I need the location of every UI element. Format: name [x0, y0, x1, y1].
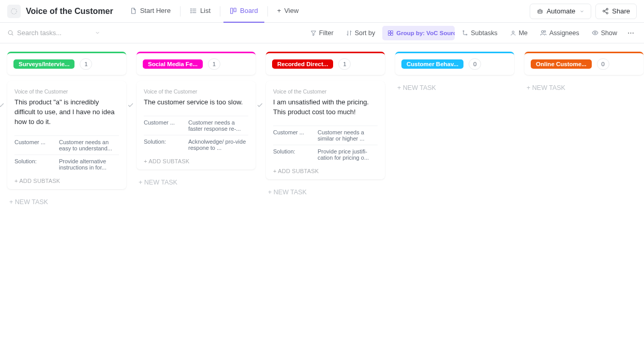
- share-button[interactable]: Share: [595, 4, 637, 19]
- column-count: 0: [469, 58, 481, 70]
- svg-line-17: [605, 11, 607, 12]
- new-task-button[interactable]: + NEW TASK: [395, 81, 514, 95]
- task-card[interactable]: Voice of the CustomerI am unsatisfied wi…: [266, 81, 385, 179]
- workspace-icon[interactable]: [7, 5, 21, 18]
- add-subtask-button[interactable]: + ADD SUBTASK: [144, 154, 248, 165]
- page-title: Voice of the Customer: [26, 7, 113, 16]
- svg-point-30: [594, 32, 596, 34]
- task-title: This product "a" is incredibly difficult…: [14, 98, 119, 127]
- task-card[interactable]: Voice of the CustomerThe customer servic…: [137, 81, 256, 169]
- svg-point-0: [11, 8, 17, 14]
- group-by-button[interactable]: Group by: VoC Source: [382, 26, 455, 40]
- column-header[interactable]: Online Custome...0: [525, 52, 643, 75]
- show-button[interactable]: Show: [587, 26, 622, 40]
- filter-icon: [310, 30, 317, 36]
- field-value: Provide price justifi-cation for pricing…: [318, 148, 378, 161]
- new-task-button[interactable]: + NEW TASK: [266, 186, 385, 199]
- svg-point-13: [606, 8, 608, 10]
- custom-field-row: Solution:Provide alternative instruction…: [14, 155, 119, 174]
- svg-point-29: [544, 30, 546, 32]
- more-menu[interactable]: ⋯: [624, 29, 637, 37]
- column-count: 1: [338, 58, 351, 70]
- chevron-down-icon: [95, 30, 100, 36]
- svg-rect-23: [388, 33, 391, 35]
- tab-list[interactable]: List: [184, 0, 217, 23]
- search-input[interactable]: Search tasks...: [7, 29, 100, 37]
- field-value: Customer needs a similar or higher ...: [318, 129, 378, 142]
- filter-button[interactable]: Filter: [305, 26, 339, 40]
- plus-icon: +: [277, 7, 281, 14]
- field-label: Solution:: [14, 158, 52, 171]
- doc-icon: [130, 7, 137, 14]
- add-subtask-button[interactable]: + ADD SUBTASK: [14, 174, 119, 185]
- field-value: Provide alternative instructions in for.…: [59, 158, 119, 171]
- board-column: Customer Behav...0+ NEW TASK: [395, 52, 514, 95]
- status-pill: Online Custome...: [531, 59, 592, 69]
- custom-field-row: Solution:Acknolwedge/ pro-vide respone t…: [144, 135, 248, 154]
- new-task-button[interactable]: + NEW TASK: [525, 81, 643, 95]
- column-count: 0: [597, 58, 609, 70]
- svg-point-11: [541, 11, 541, 12]
- assignees-button[interactable]: Assignees: [535, 26, 585, 40]
- field-label: Solution:: [273, 148, 310, 161]
- automate-label: Automate: [547, 7, 576, 15]
- field-value: Acknolwedge/ pro-vide respone to ...: [188, 138, 248, 151]
- new-task-button[interactable]: + NEW TASK: [137, 176, 256, 189]
- board-icon: [230, 7, 237, 14]
- svg-marker-20: [311, 31, 316, 36]
- column-header[interactable]: Customer Behav...0: [395, 52, 514, 75]
- svg-point-15: [606, 12, 608, 14]
- subtasks-button[interactable]: Subtasks: [457, 26, 502, 40]
- add-subtask-button[interactable]: + ADD SUBTASK: [273, 164, 378, 175]
- sort-button[interactable]: Sort by: [341, 26, 381, 40]
- automate-button[interactable]: Automate: [530, 4, 592, 19]
- new-task-button[interactable]: + NEW TASK: [7, 195, 126, 209]
- subtasks-label: Subtasks: [471, 29, 497, 37]
- svg-point-5: [191, 10, 191, 11]
- me-button[interactable]: Me: [505, 26, 533, 40]
- column-count: 1: [80, 58, 92, 70]
- board-toolbar: Search tasks... Filter Sort by Group by:…: [0, 23, 644, 43]
- column-header[interactable]: Recorded Direct...1: [266, 52, 385, 75]
- task-card[interactable]: Voice of the CustomerThis product "a" is…: [7, 81, 126, 189]
- group-label: Group by: VoC Source: [396, 30, 455, 36]
- tab-board[interactable]: Board: [223, 0, 264, 23]
- svg-line-19: [12, 34, 13, 35]
- svg-rect-22: [391, 30, 393, 33]
- check-icon: [0, 102, 5, 109]
- column-header[interactable]: Surveys/Intervie...1: [7, 52, 126, 75]
- svg-point-4: [191, 8, 191, 9]
- field-value: Customer needs a faster response re-...: [188, 119, 248, 132]
- list-icon: [190, 7, 197, 14]
- svg-point-14: [603, 10, 605, 12]
- svg-point-28: [542, 30, 544, 33]
- svg-rect-24: [391, 33, 393, 35]
- svg-point-10: [538, 11, 539, 12]
- tab-add-view[interactable]: + View: [271, 0, 305, 23]
- status-pill: Recorded Direct...: [272, 59, 333, 69]
- search-placeholder: Search tasks...: [17, 29, 62, 37]
- tab-label: Start Here: [140, 7, 171, 14]
- field-value: Customer needs an easy to understand...: [59, 139, 119, 151]
- svg-line-16: [605, 10, 607, 11]
- separator: [220, 6, 220, 17]
- breadcrumb: Voice of the Customer: [273, 88, 378, 95]
- app-header: Voice of the Customer Start Here List Bo…: [0, 0, 644, 23]
- custom-field-row: Solution:Provide price justifi-cation fo…: [273, 145, 378, 164]
- task-title: The customer service is too slow.: [144, 98, 248, 107]
- status-pill: Customer Behav...: [401, 59, 463, 69]
- svg-rect-21: [388, 30, 391, 33]
- board-column: Online Custome...0+ NEW TASK: [525, 52, 643, 95]
- group-icon: [387, 30, 394, 36]
- svg-point-18: [8, 30, 12, 35]
- status-pill: Surveys/Intervie...: [13, 59, 74, 69]
- breadcrumb: Voice of the Customer: [14, 88, 119, 95]
- separator: [180, 6, 181, 17]
- column-header[interactable]: Social Media Fe...1: [137, 52, 256, 75]
- share-label: Share: [612, 7, 630, 15]
- board-column: Recorded Direct...1Voice of the Customer…: [266, 52, 385, 199]
- tab-label: List: [200, 7, 211, 14]
- tab-start-here[interactable]: Start Here: [124, 0, 177, 23]
- eye-icon: [592, 29, 598, 36]
- svg-rect-7: [231, 8, 233, 13]
